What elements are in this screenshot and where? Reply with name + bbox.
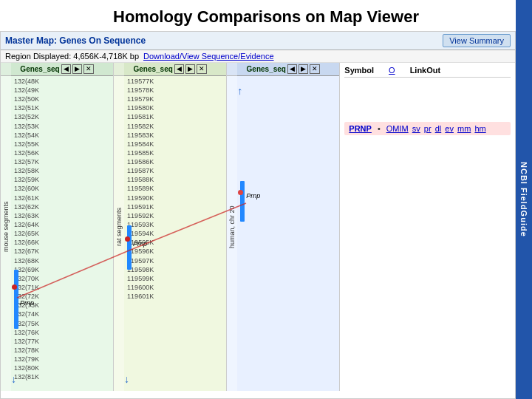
rat-coord: 119593K [126,220,225,229]
o-label[interactable]: O [389,66,395,75]
rat-rotated-label: rat segments [114,63,124,391]
mouse-dot [12,284,17,290]
rat-column: Genes_seq ◀ ▶ ✕ rat segments 119577K1195… [114,63,227,391]
linkout-label: LinkOut [410,66,441,75]
rat-coord: 119591K [126,202,225,211]
region-bar: Region Displayed: 4,656K-4,718K bp Downl… [1,50,515,63]
master-map-label: Master Map: Genes On Sequence [5,35,146,46]
mouse-coord: 132(53K [13,122,112,131]
rat-coord: 119583K [126,131,225,140]
human-rotated-label: human, chr 20 [227,63,237,391]
mouse-arrow: ↓ [11,373,16,385]
prnp-row: PRNP • OMIM sv pr dl ev mm hm [344,122,511,135]
human-column: Genes_seq ◀ ▶ ✕ human, chr 20 Prnp ↑ [227,63,340,391]
rat-arrow: ↓ [124,373,129,385]
rat-coord: 119597K [126,256,225,265]
ncbi-sidebar-label: NCBI FieldGuide [519,162,528,237]
prnp-links: OMIM sv pr dl ev mm hm [386,124,488,133]
mm-link[interactable]: mm [457,124,471,133]
rat-coord: 119587K [126,166,225,175]
sv-link[interactable]: sv [412,124,420,133]
mouse-prnp-label: Prnp [20,299,34,307]
rat-coord: 119594K [126,229,225,238]
mouse-coord: 132(60K [13,184,112,193]
info-column: Symbol O LinkOut PRNP • OMIM sv pr dl ev… [340,63,515,391]
human-col-close[interactable]: ✕ [310,64,320,74]
rat-coord: 119590K [126,194,225,202]
rat-coord: 119600K [126,283,225,292]
mouse-col-nav-prev[interactable]: ◀ [61,64,71,74]
mouse-seq-data: 132(48K132(49K132(50K132(51K132(52K132(5… [11,76,113,383]
rat-coord: 119586K [126,157,225,166]
rat-gene-bar [127,225,132,270]
rat-coord: 119589K [126,184,225,193]
rat-col-nav-prev[interactable]: ◀ [174,64,184,74]
human-col-header-label: Genes_seq [247,65,286,73]
mouse-column: Genes_seq ◀ ▶ ✕ mouse segments 132(48K13… [1,63,114,391]
mouse-coord: 132(80K [13,364,112,372]
human-arrow-up: ↑ [237,85,242,97]
mouse-coord: 132(51K [13,103,112,112]
mouse-coord: 132(55K [13,140,112,149]
prnp-dot: • [378,124,381,133]
mouse-col-close[interactable]: ✕ [83,64,94,74]
mouse-coord: 132(75K [13,319,112,328]
rat-coord: 119579K [126,95,225,103]
pr-link[interactable]: pr [424,124,432,133]
mouse-coord: 132(66K [13,238,112,247]
rat-coord: 119578K [126,86,225,95]
mouse-coord: 132(69K [13,265,112,274]
mouse-coord: 132(65K [13,229,112,238]
mouse-coord: 132(50K [13,95,112,103]
mouse-coord: 132(76K [13,328,112,337]
ncbi-sidebar: NCBI FieldGuide [516,0,532,399]
rat-coord: 119582K [126,122,225,131]
human-col-nav-next[interactable]: ▶ [299,64,308,74]
dl-link[interactable]: dl [435,124,442,133]
rat-prnp-label: Prnp [133,240,147,248]
mouse-coord: 132(79K [13,355,112,364]
omim-link[interactable]: OMIM [386,124,409,133]
mouse-coord: 132(78K [13,346,112,355]
mouse-col-nav-next[interactable]: ▶ [72,64,82,74]
mouse-col-header: Genes_seq ◀ ▶ ✕ [1,63,113,76]
human-prnp-label: Prnp [246,192,260,200]
human-col-nav-prev[interactable]: ◀ [287,64,297,74]
view-summary-button[interactable]: View Summary [443,34,511,47]
mouse-coord: 132(54K [13,131,112,140]
rat-coord: 119598K [126,265,225,274]
mouse-coord: 132(62K [13,202,112,211]
mouse-coord: 132(56K [13,149,112,157]
mouse-coord: 132(48K [13,77,112,86]
rat-coord: 119581K [126,112,225,121]
mouse-col-header-label: Genes_seq [20,65,59,73]
rat-coord: 119592K [126,211,225,220]
ev-link[interactable]: ev [445,124,454,133]
mouse-coord: 132(57K [13,157,112,166]
rat-col-close[interactable]: ✕ [197,64,207,74]
mouse-coord: 132(71K [13,283,112,292]
rat-coord: 119584K [126,140,225,149]
symbol-label: Symbol [344,66,374,75]
mouse-coord: 132(64K [13,220,112,229]
rat-col-nav-next[interactable]: ▶ [185,64,195,74]
mouse-rotated-label: mouse segments [1,63,11,391]
main-container: Master Map: Genes On Sequence View Summa… [0,31,516,399]
hm-link[interactable]: hm [474,124,485,133]
human-gene-bar [240,181,245,222]
mouse-coord: 132(49K [13,86,112,95]
rat-coord: 119601K [126,292,225,301]
prnp-gene-link[interactable]: PRNP [349,124,372,133]
mouse-coord: 132(52K [13,112,112,121]
mouse-coord: 132(81K [13,372,112,381]
mouse-coord: 132(67K [13,247,112,256]
rat-col-header-label: Genes_seq [133,65,172,73]
download-link[interactable]: Download/View Sequence/Evidence [143,52,274,61]
mouse-coord: 132(59K [13,175,112,184]
info-header: Symbol O LinkOut [344,66,511,78]
rat-coord: 119599K [126,274,225,283]
mouse-gene-bar [14,270,18,329]
rat-col-header: Genes_seq ◀ ▶ ✕ [114,63,226,76]
rat-coord: 119585K [126,149,225,157]
mouse-coord: 132(58K [13,166,112,175]
